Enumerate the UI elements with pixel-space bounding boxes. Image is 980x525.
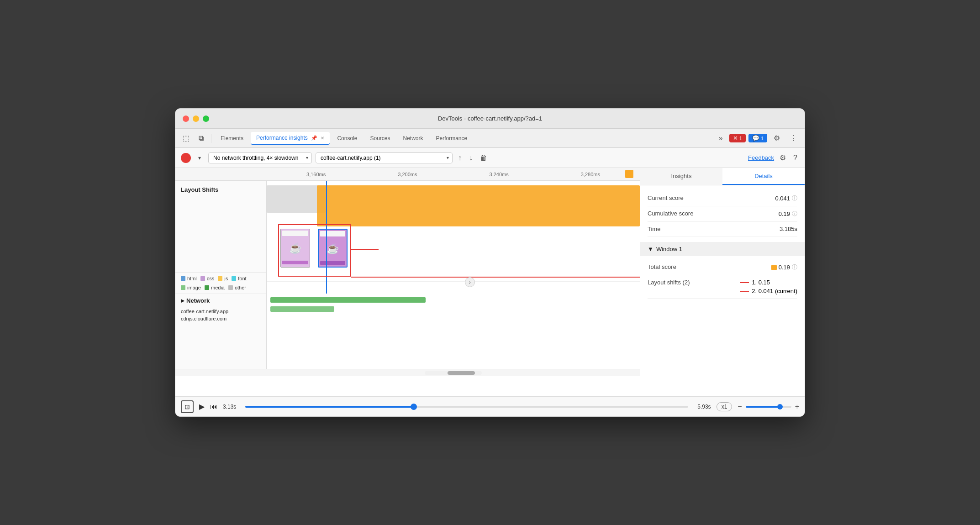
throttle-select[interactable]: No network throttling, 4× slowdown bbox=[208, 152, 312, 163]
more-tabs-button[interactable]: » bbox=[715, 131, 727, 145]
current-score-value: 0.041 ⓘ bbox=[775, 194, 797, 202]
devtools-window: DevTools - coffee-cart.netlify.app/?ad=1… bbox=[175, 108, 805, 417]
legend-css: css bbox=[200, 276, 215, 281]
current-score-help-icon[interactable]: ⓘ bbox=[792, 194, 797, 202]
timestamp-2: 3,200ms bbox=[398, 172, 417, 177]
red-line-mid bbox=[351, 249, 379, 250]
scrollbar-thumb[interactable] bbox=[448, 371, 475, 375]
layout-shifts-detail-label: Layout shifts (2) bbox=[648, 279, 690, 286]
skip-back-icon[interactable]: ⏮ bbox=[210, 403, 217, 411]
timestamp-3: 3,240ms bbox=[490, 172, 509, 177]
layout-shifts-row: Layout shifts (2) 1. 0.15 2. 0.041 (curr… bbox=[648, 275, 797, 299]
tab-elements[interactable]: Elements bbox=[215, 132, 249, 144]
main-content: 3,160ms 3,200ms 3,240ms 3,280ms Layout S… bbox=[175, 168, 805, 396]
red-line-1 bbox=[740, 282, 749, 283]
total-score-help-icon[interactable]: ⓘ bbox=[792, 263, 797, 271]
tab-performance-insights[interactable]: Performance insights 📌 ✕ bbox=[251, 132, 330, 145]
upload-icon[interactable]: ↑ bbox=[456, 152, 464, 164]
tab-close-icon[interactable]: ✕ bbox=[321, 136, 324, 141]
dropdown-arrow-icon[interactable]: ▾ bbox=[195, 152, 205, 164]
network-separator bbox=[267, 281, 640, 282]
blue-line bbox=[326, 181, 327, 294]
legend-media: media bbox=[205, 285, 225, 290]
time-value: 3.185s bbox=[780, 226, 797, 232]
timestamp-1: 3,160ms bbox=[306, 172, 326, 177]
legend-js: js bbox=[218, 276, 228, 281]
layout-shifts-values: 1. 0.15 2. 0.041 (current) bbox=[740, 279, 797, 294]
timeline-panel: 3,160ms 3,200ms 3,240ms 3,280ms Layout S… bbox=[175, 168, 640, 396]
tab-bar: ⬚ ⧉ Elements Performance insights 📌 ✕ Co… bbox=[175, 129, 805, 148]
record-button[interactable] bbox=[181, 153, 191, 163]
network-urls: coffee-cart.netlify.app cdnjs.cloudflare… bbox=[175, 308, 266, 324]
orange-indicator bbox=[771, 265, 777, 270]
green-bar-1 bbox=[270, 297, 426, 303]
timeline-scrubber[interactable] bbox=[245, 406, 688, 408]
settings-icon[interactable]: ⚙ bbox=[770, 131, 784, 145]
legend-font: font bbox=[232, 276, 246, 281]
tab-network[interactable]: Network bbox=[398, 132, 429, 144]
cumulative-score-value: 0.19 ⓘ bbox=[779, 210, 797, 218]
tab-performance[interactable]: Performance bbox=[431, 132, 473, 144]
feedback-button[interactable]: Feedback bbox=[748, 154, 774, 161]
camera-icon[interactable]: ⊡ bbox=[181, 400, 194, 413]
timestamp-4: 3,280ms bbox=[581, 172, 600, 177]
zoom-controls: − + bbox=[738, 403, 799, 411]
tab-console[interactable]: Console bbox=[332, 132, 363, 144]
total-score-row: Total score 0.19 ⓘ bbox=[648, 260, 797, 275]
legend-html: html bbox=[181, 276, 197, 281]
total-score-label: Total score bbox=[648, 263, 676, 270]
collapse-triangle-icon: ▼ bbox=[648, 246, 653, 252]
play-button[interactable]: ▶ bbox=[199, 402, 205, 411]
window1-header: ▼ Window 1 bbox=[640, 242, 805, 256]
info-badge[interactable]: 💬 1 bbox=[748, 134, 767, 142]
red-line-2 bbox=[740, 291, 749, 292]
cumulative-score-help-icon[interactable]: ⓘ bbox=[792, 210, 797, 218]
delete-icon[interactable]: 🗑 bbox=[478, 152, 489, 164]
download-icon[interactable]: ↓ bbox=[467, 152, 474, 164]
url-select[interactable]: coffee-cart.netlify.app (1) bbox=[316, 152, 453, 163]
scrubber-thumb[interactable] bbox=[411, 404, 417, 410]
settings-gear-icon[interactable]: ⚙ bbox=[778, 152, 788, 164]
timeline-header: 3,160ms 3,200ms 3,240ms 3,280ms bbox=[175, 168, 640, 181]
error-badge[interactable]: ✕ 1 bbox=[729, 134, 746, 142]
minimize-button[interactable] bbox=[193, 116, 199, 122]
tab-details[interactable]: Details bbox=[722, 168, 805, 185]
legend-image: image bbox=[181, 285, 201, 290]
zoom-thumb[interactable] bbox=[777, 404, 783, 410]
orange-bar bbox=[317, 185, 640, 226]
thumbnail-before: ☕ bbox=[280, 229, 310, 268]
zoom-in-button[interactable]: + bbox=[795, 403, 799, 411]
details-panel: Insights Details Current score 0.041 ⓘ C… bbox=[640, 168, 805, 396]
cursor-icon[interactable]: ⬚ bbox=[179, 131, 193, 145]
more-options-icon[interactable]: ⋮ bbox=[786, 131, 801, 145]
zoom-slider[interactable] bbox=[746, 406, 791, 408]
visualization-area[interactable]: ☕ ☕ bbox=[267, 181, 640, 369]
time-label: Time bbox=[648, 226, 660, 232]
network-url-2: cdnjs.cloudflare.com bbox=[181, 315, 261, 322]
playback-bar: ⊡ ▶ ⏮ 3.13s 5.93s x1 − + bbox=[175, 396, 805, 416]
tab-insights[interactable]: Insights bbox=[640, 168, 722, 185]
horizontal-scrollbar[interactable] bbox=[425, 371, 481, 375]
speed-badge[interactable]: x1 bbox=[717, 402, 732, 411]
close-button[interactable] bbox=[183, 116, 189, 122]
tab-right-area: » ✕ 1 💬 1 ⚙ ⋮ bbox=[715, 131, 801, 145]
zoom-out-button[interactable]: − bbox=[738, 403, 742, 411]
maximize-button[interactable] bbox=[203, 116, 209, 122]
details-content: Current score 0.041 ⓘ Cumulative score 0… bbox=[640, 185, 805, 242]
details-tabs: Insights Details bbox=[640, 168, 805, 185]
device-toggle-icon[interactable]: ⧉ bbox=[195, 131, 207, 145]
green-bar-2 bbox=[270, 306, 334, 312]
time-row: Time 3.185s bbox=[648, 222, 797, 236]
shift-1: 1. 0.15 bbox=[740, 279, 797, 286]
help-icon[interactable]: ? bbox=[791, 152, 799, 164]
separator bbox=[211, 134, 211, 143]
current-score-row: Current score 0.041 ⓘ bbox=[648, 191, 797, 206]
title-bar: DevTools - coffee-cart.netlify.app/?ad=1 bbox=[175, 109, 805, 129]
zoom-fill bbox=[746, 406, 780, 408]
current-score-label: Current score bbox=[648, 194, 684, 201]
url-select-wrapper: coffee-cart.netlify.app (1) ▾ bbox=[316, 152, 453, 163]
legend-bar: html css js bbox=[175, 273, 266, 294]
scrollbar-area bbox=[175, 369, 640, 376]
collapse-button[interactable]: › bbox=[465, 277, 475, 287]
tab-sources[interactable]: Sources bbox=[364, 132, 395, 144]
